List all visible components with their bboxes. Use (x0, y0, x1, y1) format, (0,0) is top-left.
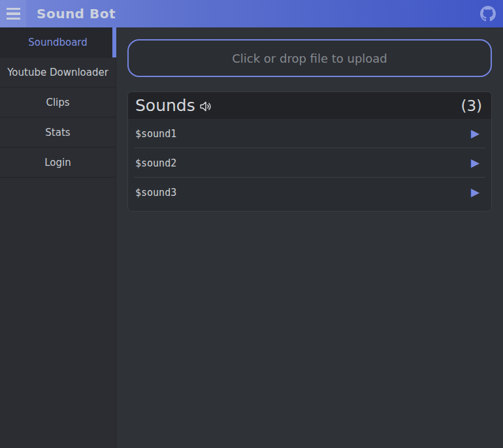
play-button[interactable]: ▶ (468, 156, 482, 170)
sidebar-item-label: Login (44, 157, 71, 168)
sidebar-item-label: Stats (45, 127, 70, 138)
main-content: Click or drop file to upload Sounds (3) … (116, 27, 503, 448)
sound-name: $sound1 (135, 128, 176, 140)
active-accent-bar (112, 27, 116, 57)
sidebar-item-login[interactable]: Login (0, 148, 116, 178)
sidebar-item-label: Clips (46, 97, 69, 108)
sounds-title: Sounds (135, 96, 195, 115)
app-window: Sound Bot Soundboard Youtube Downloader … (0, 0, 503, 448)
sound-name: $sound3 (135, 187, 176, 199)
sounds-panel: Sounds (3) $sound1 ▶ (127, 91, 492, 212)
sound-row: $sound1 ▶ (128, 119, 491, 148)
upload-dropzone[interactable]: Click or drop file to upload (127, 39, 492, 77)
play-icon: ▶ (471, 157, 479, 169)
sidebar-item-label: Youtube Downloader (7, 67, 108, 78)
header: Sound Bot (0, 0, 503, 27)
sidebar-item-label: Soundboard (28, 37, 88, 48)
sound-list: $sound1 ▶ $sound2 ▶ $sound3 ▶ (128, 119, 491, 207)
play-button[interactable]: ▶ (468, 185, 482, 199)
play-icon: ▶ (471, 127, 479, 140)
sounds-panel-header: Sounds (3) (128, 92, 491, 119)
github-icon (480, 6, 496, 22)
sound-row: $sound2 ▶ (128, 148, 491, 178)
github-link[interactable] (480, 6, 496, 22)
app-title: Sound Bot (37, 6, 116, 22)
menu-button[interactable] (0, 0, 26, 27)
sound-row: $sound3 ▶ (128, 178, 491, 207)
dropzone-label: Click or drop file to upload (232, 52, 387, 65)
play-icon: ▶ (471, 186, 479, 199)
sidebar-item-soundboard[interactable]: Soundboard (0, 27, 116, 57)
sidebar: Soundboard Youtube Downloader Clips Stat… (0, 27, 116, 448)
speaker-icon (199, 99, 213, 114)
sidebar-item-clips[interactable]: Clips (0, 88, 116, 118)
sidebar-item-stats[interactable]: Stats (0, 118, 116, 148)
play-button[interactable]: ▶ (468, 127, 482, 140)
sounds-count: (3) (461, 97, 482, 114)
sound-name: $sound2 (135, 157, 176, 169)
sidebar-item-youtube-downloader[interactable]: Youtube Downloader (0, 57, 116, 88)
